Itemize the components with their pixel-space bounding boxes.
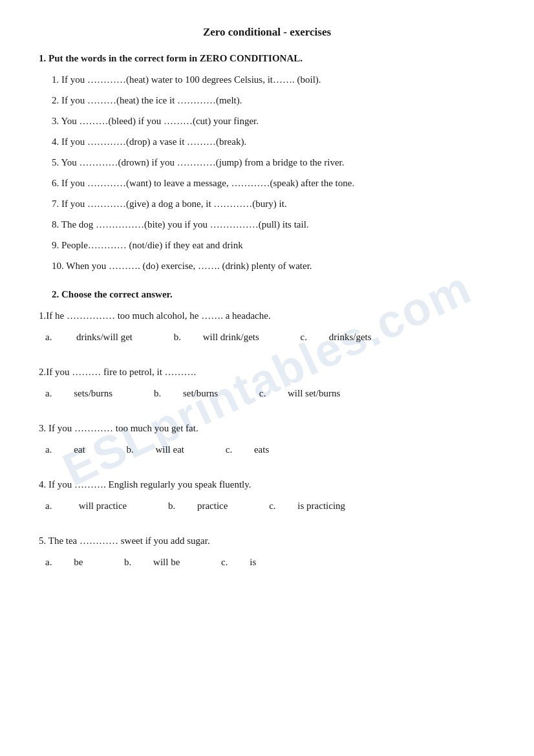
q1-text: 1.If he …………… too much alcohol, he ……. a… [39,308,495,323]
question-4: 4. If you ………. English regularly you spe… [39,477,495,515]
q4-options: a. will practice b. practice c. is pract… [45,497,495,515]
q5-options: a. be b. will be c. is [45,554,495,571]
q3-option-c: c. eats [226,444,289,455]
q3-text: 3. If you ………… too much you get fat. [39,420,495,436]
q5-option-c: c. is [221,557,275,567]
q2-option-b: b. set/burns [154,388,240,398]
section1-heading: 1. Put the words in the correct form in … [39,53,495,64]
q5-option-a: a. be [45,557,105,567]
question-1: 1.If he …………… too much alcohol, he ……. a… [39,308,495,346]
question-3: 3. If you ………… too much you get fat. a. … [39,420,495,459]
page-title: Zero conditional - exercises [39,26,495,39]
q3-options: a. eat b. will eat c. eats [45,441,495,459]
q4-option-c: c. is practicing [269,501,365,511]
q2-text: 2.If you ……… fire to petrol, it ………. [39,364,495,380]
question-2: 2.If you ……… fire to petrol, it ………. a. … [39,364,495,402]
exercise-item-2: If you ………(heat) the ice it …………(melt). [52,92,495,108]
exercise-item-1: If you …………(heat) water to 100 degrees C… [52,72,495,87]
exercise-item-3: You ………(bleed) if you ………(cut) your fing… [52,113,495,129]
exercise-item-5: You …………(drown) if you …………(jump) from a… [52,155,495,170]
exercise-item-6: If you …………(want) to leave a message, ……… [52,175,495,191]
exercise-item-9: People………… (not/die) if they eat and dri… [52,237,495,253]
q5-text: 5. The tea ………… sweet if you add sugar. [39,533,495,548]
q1-option-a: a. drinks/will get [45,332,155,342]
exercise-item-4: If you …………(drop) a vase it ………(break). [52,134,495,149]
q1-options: a. drinks/will get b. will drink/gets c.… [45,329,495,346]
q2-options: a. sets/burns b. set/burns c. will set/b… [45,385,495,402]
question-5: 5. The tea ………… sweet if you add sugar. … [39,533,495,571]
q3-option-a: a. eat [45,444,107,455]
q4-text: 4. If you ………. English regularly you spe… [39,477,495,492]
q3-option-b: b. will eat [126,444,206,455]
q2-option-a: a. sets/burns [45,388,134,398]
q1-option-c: c. drinks/gets [301,332,391,342]
exercise-item-7: If you …………(give) a dog a bone, it …………(… [52,196,495,211]
exercise-list: If you …………(heat) water to 100 degrees C… [52,72,495,274]
q4-option-b: b. practice [168,501,250,511]
section2-heading: 2. Choose the correct answer. [52,289,495,300]
exercise-item-10: When you ………. (do) exercise, ……. (drink)… [52,258,495,274]
exercise-item-8: The dog ……………(bite) you if you ……………(pul… [52,217,495,232]
q5-option-b: b. will be [124,557,202,567]
q2-option-c: c. will set/burns [259,388,359,398]
q4-option-a: a. will practice [45,501,149,511]
q1-option-b: b. will drink/gets [174,332,281,342]
